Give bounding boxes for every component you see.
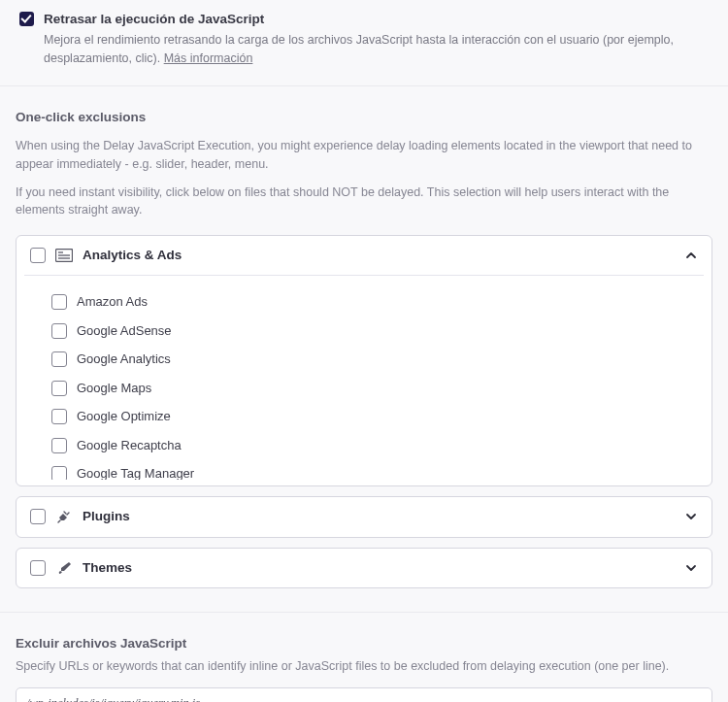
chevron-down-icon: [684, 561, 698, 575]
accordion-themes-header[interactable]: Themes: [17, 549, 711, 587]
exclusions-desc-1: When using the Delay JavaScript Executio…: [16, 137, 712, 174]
plugins-checkbox[interactable]: [30, 509, 46, 524]
accordion-analytics-header[interactable]: Analytics & Ads: [17, 236, 711, 275]
item-label: Google Optimize: [77, 407, 171, 426]
delay-js-title: Retrasar la ejecución de JavaScript: [44, 10, 709, 31]
list-item[interactable]: Google Recaptcha: [51, 431, 702, 460]
themes-label: Themes: [83, 558, 684, 578]
delay-js-checkbox[interactable]: [19, 12, 34, 26]
list-item[interactable]: Google Analytics: [51, 345, 702, 374]
delay-js-description: Mejora el rendimiento retrasando la carg…: [44, 31, 709, 68]
divider: [0, 85, 728, 86]
item-checkbox[interactable]: [51, 323, 67, 339]
item-label: Google Recaptcha: [77, 436, 182, 455]
analytics-label: Analytics & Ads: [83, 246, 684, 265]
item-label: Google Tag Manager: [77, 464, 194, 480]
list-item[interactable]: Amazon Ads: [51, 287, 702, 317]
item-checkbox[interactable]: [51, 466, 67, 480]
item-label: Google AdSense: [77, 321, 172, 341]
themes-checkbox[interactable]: [30, 560, 46, 576]
item-label: Google Maps: [77, 379, 151, 398]
divider: [0, 612, 728, 613]
exclude-desc: Specify URLs or keywords that can identi…: [16, 657, 712, 676]
brush-icon: [55, 560, 73, 576]
item-checkbox[interactable]: [51, 381, 67, 396]
item-label: Google Analytics: [77, 350, 171, 369]
list-item[interactable]: Google Optimize: [51, 402, 702, 431]
more-info-link[interactable]: Más información: [164, 51, 253, 65]
analytics-checkbox[interactable]: [30, 248, 46, 263]
accordion-plugins-header[interactable]: Plugins: [17, 497, 711, 536]
exclusions-heading: One-click exclusions: [16, 108, 712, 127]
analytics-icon: [55, 249, 73, 262]
item-checkbox[interactable]: [51, 409, 67, 424]
list-item[interactable]: Google AdSense: [51, 317, 702, 346]
exclude-textarea[interactable]: [16, 687, 712, 702]
exclusions-desc-2: If you need instant visibility, click be…: [16, 184, 712, 220]
svg-line-4: [64, 512, 66, 514]
analytics-items-list: Amazon Ads Google AdSense Google Analyti…: [26, 284, 702, 480]
item-label: Amazon Ads: [77, 292, 148, 312]
accordion-analytics: Analytics & Ads Amazon Ads Google AdSens…: [16, 235, 712, 486]
list-item[interactable]: Google Tag Manager: [51, 459, 702, 480]
list-item[interactable]: Google Maps: [51, 374, 702, 403]
plug-icon: [55, 509, 73, 524]
svg-line-6: [58, 520, 60, 522]
plugins-label: Plugins: [83, 507, 684, 526]
item-checkbox[interactable]: [51, 438, 67, 453]
accordion-themes: Themes: [16, 548, 712, 588]
chevron-up-icon: [684, 249, 698, 262]
exclude-heading: Excluir archivos JavaScript: [16, 634, 712, 653]
chevron-down-icon: [684, 510, 698, 523]
item-checkbox[interactable]: [51, 294, 67, 310]
item-checkbox[interactable]: [51, 351, 67, 367]
accordion-plugins: Plugins: [16, 496, 712, 537]
svg-line-5: [67, 513, 69, 515]
